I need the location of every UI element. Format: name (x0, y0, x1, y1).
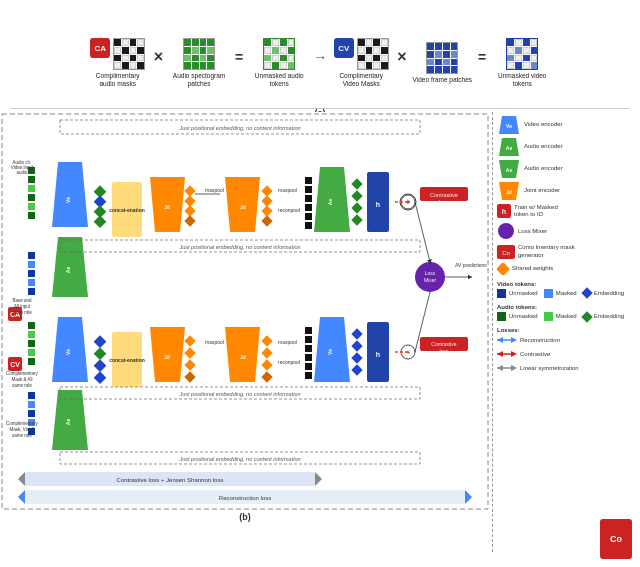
losses-title: Losses: (497, 327, 520, 333)
svg-text:h: h (502, 208, 506, 215)
legend-audio-encoder-1-label: Audio encoder (524, 143, 563, 150)
at-unmasked-swatch (497, 312, 506, 321)
video-patches-group: Video frame patches (413, 42, 473, 84)
svg-rect-48 (305, 186, 312, 193)
at-masked-swatch (544, 312, 553, 321)
legend-contrastive-loss: Contrastive (497, 349, 636, 359)
legend-at-unmasked: Unmasked Masked Embedding (497, 312, 636, 321)
svg-rect-44 (261, 215, 272, 226)
svg-line-124 (415, 202, 430, 262)
main-container: CA Complimentary audio masks × Audio (0, 0, 640, 567)
svg-text:Jd: Jd (240, 204, 246, 210)
svg-rect-9 (28, 185, 35, 192)
video-patches-grid (426, 42, 458, 74)
svg-text:Just positional embedding, no : Just positional embedding, no content in… (178, 244, 300, 250)
at-embedding-swatch (581, 311, 592, 322)
legend-comp-mask-label: Como lmentary maskgenerator (518, 244, 575, 258)
legend-loss-mixer-label: Loss Mixer (518, 228, 547, 235)
svg-marker-171 (497, 337, 503, 343)
legend-at-masked-label: Masked (556, 313, 577, 320)
svg-rect-98 (261, 359, 272, 370)
video-patches-label: Video frame patches (413, 76, 473, 84)
legend-audio-encoder-2-label: Audio encoder (524, 165, 563, 172)
svg-marker-151 (18, 490, 25, 504)
svg-text:h: h (376, 351, 380, 358)
unmasked-video-grid (506, 38, 538, 70)
legend-joint-decoder: Jd Joint encoder (497, 182, 636, 200)
svg-rect-19 (28, 279, 35, 286)
svg-rect-41 (261, 185, 272, 196)
svg-text:reconpool: reconpool (278, 207, 300, 213)
svg-rect-68 (28, 322, 35, 329)
svg-text:Just positional embedding, no : Just positional embedding, no content in… (178, 456, 300, 462)
svg-rect-28 (94, 215, 107, 228)
arrow-sep: → (313, 49, 327, 77)
multiply-op-1: × (154, 48, 163, 78)
legend-vt-embedding-label: Embedding (594, 290, 624, 297)
audio-tokens-header: Audio tokens: (497, 302, 636, 311)
svg-rect-77 (28, 410, 35, 417)
svg-text:(b): (b) (239, 512, 251, 522)
svg-rect-92 (184, 335, 195, 346)
audio-patches-label: Audio spectogram patches (169, 72, 229, 88)
svg-rect-76 (28, 401, 35, 408)
svg-rect-18 (28, 270, 35, 277)
svg-text:same role: same role (12, 383, 32, 388)
svg-rect-70 (28, 340, 35, 347)
svg-text:Ae: Ae (65, 419, 71, 426)
legend-shared-weights-label: Shared weights (512, 265, 553, 272)
svg-rect-17 (28, 261, 35, 268)
svg-rect-34 (184, 195, 195, 206)
svg-text:Jd: Jd (506, 189, 512, 195)
svg-rect-43 (261, 205, 272, 216)
svg-rect-84 (94, 359, 107, 372)
legend-linear-sym-label: Linear symmetrization (520, 365, 579, 372)
svg-text:Ve: Ve (65, 197, 71, 203)
svg-rect-57 (351, 202, 362, 213)
ca-badge: CA (90, 38, 110, 58)
svg-marker-152 (465, 490, 472, 504)
svg-rect-69 (28, 331, 35, 338)
svg-marker-170 (511, 337, 517, 343)
svg-text:same role: same role (12, 310, 32, 315)
legend-vt-unmasked-label: Unmasked (509, 290, 538, 297)
svg-text:Just positional embedding, no : Just positional embedding, no content in… (178, 125, 300, 131)
svg-rect-96 (261, 335, 272, 346)
svg-point-165 (498, 223, 514, 239)
audio-tokens-title: Audio tokens: (497, 304, 537, 310)
svg-rect-104 (305, 336, 312, 343)
svg-rect-35 (184, 205, 195, 216)
equals-op-1: = (235, 49, 243, 77)
unmasked-audio-grid (263, 38, 295, 70)
svg-marker-177 (497, 365, 503, 371)
svg-rect-83 (94, 347, 107, 360)
svg-text:AV predictions: AV predictions (455, 262, 487, 268)
svg-text:Complementary: Complementary (6, 421, 39, 426)
svg-text:Loss: Loss (425, 270, 436, 276)
svg-rect-168 (497, 263, 509, 275)
svg-rect-12 (28, 212, 35, 219)
svg-text:Base and: Base and (12, 298, 32, 303)
svg-rect-107 (305, 363, 312, 370)
svg-rect-94 (184, 359, 195, 370)
svg-text:Complementary: Complementary (6, 371, 39, 376)
legend-reconstruction-loss: Reconstruction (497, 335, 636, 345)
svg-marker-148 (315, 472, 322, 486)
ca-grid (113, 38, 145, 70)
svg-text:maxpool: maxpool (205, 187, 224, 193)
svg-text:Ae: Ae (327, 199, 333, 206)
svg-text:maxpool: maxpool (278, 187, 297, 193)
architecture-diagram: Just positional embedding, no content in… (0, 112, 490, 552)
legend-panel: Ve Video encoder Ae Audio encoder Ae Aud… (492, 112, 640, 552)
svg-text:Ae: Ae (506, 145, 513, 151)
svg-text:loss: loss (440, 348, 449, 354)
equals-op-2: = (478, 49, 486, 77)
svg-text:concat-enation: concat-enation (109, 357, 145, 363)
section-a: CA Complimentary audio masks × Audio (0, 0, 640, 120)
legend-audio-encoder-1: Ae Audio encoder (497, 138, 636, 156)
svg-text:Jd: Jd (164, 204, 170, 210)
audio-patches-group: Audio spectogram patches (169, 38, 229, 88)
legend-linear-sym: Linear symmetrization (497, 363, 636, 373)
svg-rect-52 (305, 222, 312, 229)
legend-at-embedding-label: Embedding (594, 313, 624, 320)
